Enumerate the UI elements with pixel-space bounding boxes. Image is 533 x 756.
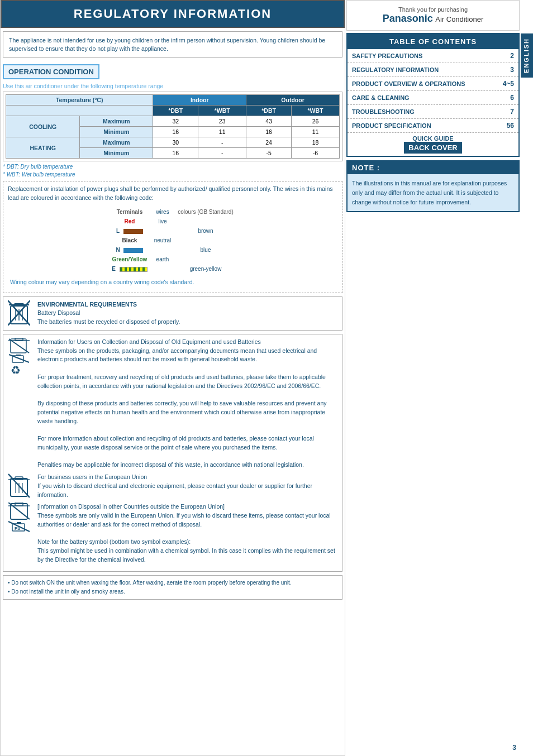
operation-condition-section: OPERATION CONDITION Use this air conditi… [1,61,345,178]
cooling-min-indoor-dbt: 16 [153,127,198,137]
toc-page-product-overview: 4~5 [503,80,514,88]
business-waste-icon [8,473,30,498]
bottom-notice-line1: • Do not switch ON the unit when waxing … [8,578,337,587]
toc-item-safety[interactable]: SAFETY PRECAUTIONS 2 [348,49,518,63]
outdoor-header: Outdoor [246,95,340,106]
svg-text:♻: ♻ [11,364,21,376]
heating-max-outdoor-dbt: 24 [246,137,292,148]
bottom-notice-line2: • Do not install the unit in oily and sm… [8,587,337,596]
page-wrapper: REGULATORY INFORMATION The appliance is … [0,0,533,756]
cooling-max-outdoor-wbt: 26 [291,116,339,127]
table-row: HEATING Maximum 30 - 24 18 [6,137,340,148]
svg-rect-25 [15,503,23,506]
svg-line-26 [8,503,30,519]
l-colour: brown [174,226,237,236]
svg-rect-13 [16,355,21,356]
cooling-min-indoor-wbt: 11 [198,127,246,137]
heating-min-indoor-wbt: - [198,148,246,159]
heating-min-outdoor-dbt: -5 [246,148,292,159]
info-para4: For more information about collection an… [37,435,314,451]
n-colour: blue [174,245,237,255]
e-label: E [112,266,116,272]
toc-item-spec[interactable]: PRODUCT SPECIFICATION 56 [348,119,518,133]
heating-label: HEATING [6,137,80,159]
toc-header: TABLE OF CONTENTS [348,34,518,49]
toc-page-regulatory: 3 [510,66,514,74]
brown-wire-bar [123,229,143,234]
warning-box: The appliance is not intended for use by… [3,31,342,58]
toc-item-care[interactable]: CARE & CLEANING 6 [348,91,518,105]
e-wire [151,264,175,274]
e-terminal-row: E [108,264,150,274]
red-colour [174,217,237,226]
toc-item-regulatory[interactable]: REGULATORY INFORMATION 3 [348,63,518,77]
info-users-section: ♻ Information for Users on Collection an… [3,334,342,572]
n-label: N [116,247,120,253]
business-icon [8,473,33,499]
other-countries-desc: These symbols are only valid in the Euro… [37,512,331,528]
toc-back-cover: BACK COVER [404,142,461,154]
indoor-dbt-header: *DBT [153,106,198,116]
main-content: REGULATORY INFORMATION The appliance is … [0,0,345,756]
l-label: L [116,228,120,234]
heating-min-label: Minimum [80,148,153,159]
cooling-max-indoor-dbt: 32 [153,116,198,127]
info-para2: For proper treatment, recovery and recyc… [37,374,326,389]
blue-wire-bar [123,248,143,253]
svg-line-22 [8,474,30,497]
red-wire: live [151,217,175,226]
cooling-max-label: Maximum [80,116,153,127]
environmental-icon [8,300,33,327]
wiring-intro: Replacement or installation of power plu… [8,185,333,201]
note-box: NOTE : The illustrations in this manual … [346,160,520,212]
toc-label-product-overview: PRODUCT OVERVIEW & OPERATIONS [352,80,499,87]
environmental-section: ENVIRONMENTAL REQUIREMENTS Battery Dispo… [3,296,342,331]
indoor-wbt-header: *WBT [198,106,246,116]
brand-name: Panasonic [383,13,433,24]
cooling-min-outdoor-wbt: 11 [291,127,339,137]
page-number: 3 [512,744,516,752]
table-of-contents: TABLE OF CONTENTS SAFETY PRECAUTIONS 2 R… [346,33,520,157]
battery-symbol-title: Note for the battery symbol (bottom two … [37,538,191,545]
toc-page-safety: 2 [510,52,514,60]
toc-item-troubleshooting[interactable]: TROUBLESHOOTING 7 [348,105,518,119]
wbt-note: * WBT: Wet bulb temperature [3,171,342,178]
toc-label-quick: QUICK GUIDE [412,135,453,142]
heating-max-indoor-dbt: 30 [153,137,198,148]
wiring-table: Terminals wires colours (GB Standard) Re… [108,207,237,274]
other-countries-row: Pb [Information on Disposal in other Cou… [8,503,337,564]
black-colour [174,236,237,245]
l-wire [151,226,175,236]
other-countries-icons: Pb [8,503,30,547]
temp-unit [6,106,153,116]
cooling-max-indoor-wbt: 23 [198,116,246,127]
info-main-text: Information for Users on Collection and … [37,338,337,470]
note-header: NOTE : [348,161,518,174]
info-title: Information for Users on Collection and … [37,338,261,345]
green-yellow-wire-bar [120,267,147,272]
env-desc: The batteries must be recycled or dispos… [37,318,180,327]
panasonic-brand: Panasonic Air Conditioner [351,13,515,25]
heating-max-label: Maximum [80,137,153,148]
toc-item-quick-guide[interactable]: QUICK GUIDE BACK COVER [348,133,518,156]
thank-you-box: Thank you for purchasing Panasonic Air C… [346,0,520,31]
black-terminal: Black [108,236,150,245]
info-para5: Penalties may be applicable for incorrec… [37,461,304,468]
recycle-icons-group: ♻ [8,338,30,385]
operation-table: Temperature (°C) Indoor Outdoor *DBT *WB… [6,94,340,159]
info-para3: By disposing of these products and batte… [37,400,327,424]
n-terminal-row: N [108,245,150,255]
operation-condition-subtitle: Use this air conditioner under the follo… [3,83,342,89]
wiring-note: Wiring colour may vary depending on a co… [10,278,335,287]
env-subtitle: Battery Disposal [37,309,180,318]
indoor-header: Indoor [153,95,246,106]
e-colour: green-yellow [174,264,237,274]
dbt-note: * DBT: Dry bulb temperature [3,164,342,170]
info-icons-row: ♻ Information for Users on Collection an… [8,338,337,470]
cooling-min-label: Minimum [80,127,153,137]
right-panel: Thank you for purchasing Panasonic Air C… [346,0,520,756]
battery-symbol-desc: This symbol might be used in combination… [37,547,335,563]
cooling-max-outdoor-dbt: 43 [246,116,292,127]
toc-item-product-overview[interactable]: PRODUCT OVERVIEW & OPERATIONS 4~5 [348,77,518,91]
toc-label-care: CARE & CLEANING [352,94,507,101]
